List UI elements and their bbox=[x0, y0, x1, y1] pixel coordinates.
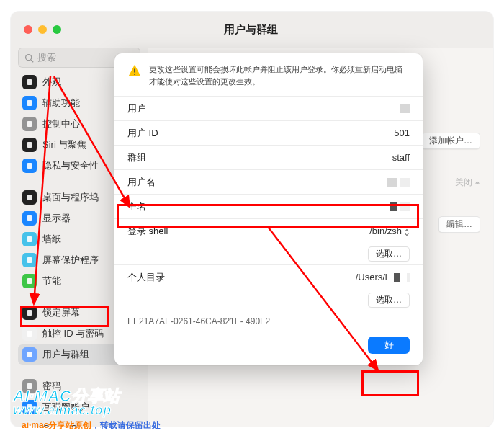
sidebar-item-label: 外观 bbox=[42, 76, 61, 89]
sidebar-item-icon bbox=[22, 117, 37, 131]
svg-rect-17 bbox=[27, 425, 32, 427]
svg-rect-9 bbox=[27, 236, 32, 242]
search-icon bbox=[24, 53, 34, 63]
row-uid[interactable]: 用户 ID501 bbox=[114, 120, 423, 145]
sidebar-item-label: 屏幕保护程序 bbox=[42, 254, 99, 267]
row-group[interactable]: 群组staff bbox=[114, 145, 423, 169]
close-disabled: 关闭 bbox=[455, 177, 480, 189]
svg-rect-3 bbox=[27, 100, 32, 106]
svg-rect-13 bbox=[27, 331, 32, 337]
sidebar-item-icon bbox=[22, 400, 37, 414]
warning-icon bbox=[127, 63, 142, 78]
sidebar-item-icon bbox=[22, 274, 37, 288]
sidebar-item-icon bbox=[22, 326, 37, 341]
sidebar-item-label: 用户与群组 bbox=[42, 348, 89, 361]
add-account-button[interactable]: 添加帐户… bbox=[421, 133, 480, 149]
sidebar-item-label: 锁定屏幕 bbox=[42, 306, 80, 319]
svg-rect-14 bbox=[27, 352, 32, 357]
sidebar-item-icon bbox=[22, 138, 37, 152]
sidebar-item-icon bbox=[22, 75, 37, 89]
svg-rect-15 bbox=[27, 383, 32, 389]
row-shell[interactable]: 登录 shell/bin/zsh bbox=[114, 218, 423, 243]
sidebar-item[interactable]: Game Center bbox=[18, 418, 140, 427]
sidebar-item-icon bbox=[22, 347, 37, 362]
row-shell-pick[interactable]: 选取… bbox=[114, 243, 423, 264]
svg-rect-6 bbox=[27, 163, 32, 169]
svg-rect-2 bbox=[27, 79, 32, 85]
sidebar-item-icon bbox=[22, 96, 37, 110]
sidebar-item-label: 墙纸 bbox=[42, 233, 61, 246]
edit-button[interactable]: 编辑… bbox=[438, 216, 480, 233]
svg-rect-4 bbox=[27, 121, 32, 127]
warning-text: 更改这些设置可能会损坏此帐户并阻止该用户登录。你必须重新启动电脑才能使对这些设置… bbox=[149, 63, 410, 87]
traffic-lights bbox=[24, 25, 61, 34]
sidebar-item-label: Game Center bbox=[42, 423, 99, 427]
row-uuid: EE21A7AE-0261-46CA-821E- 490F2 bbox=[114, 311, 423, 334]
sidebar-item-label: 辅助功能 bbox=[42, 97, 80, 110]
settings-window: 用户与群组 搜索 外观辅助功能控制中心Siri 与聚焦隐私与安全性桌面与程序坞显… bbox=[11, 12, 493, 427]
sidebar-item-label: 节能 bbox=[42, 275, 61, 288]
sidebar-item[interactable]: 互联网帐户 bbox=[18, 397, 140, 417]
svg-point-0 bbox=[26, 54, 32, 60]
row-home[interactable]: 个人目录/Users/l bbox=[114, 264, 423, 289]
svg-rect-8 bbox=[27, 215, 32, 221]
svg-line-1 bbox=[31, 59, 33, 61]
sidebar-item-label: Siri 与聚焦 bbox=[42, 138, 86, 151]
sidebar-item-label: 控制中心 bbox=[42, 117, 80, 130]
sidebar-item-icon bbox=[22, 253, 37, 267]
sidebar-item-icon bbox=[22, 306, 37, 320]
sidebar-item-icon bbox=[22, 421, 37, 427]
sidebar-item-label: 桌面与程序坞 bbox=[42, 191, 99, 204]
titlebar: 用户与群组 bbox=[11, 12, 493, 48]
svg-rect-10 bbox=[27, 257, 32, 263]
svg-rect-5 bbox=[27, 142, 32, 148]
sidebar-item-label: 显示器 bbox=[42, 212, 71, 225]
svg-rect-21 bbox=[134, 74, 135, 75]
sidebar-item-label: 触控 ID 与密码 bbox=[42, 327, 104, 340]
svg-rect-11 bbox=[27, 278, 32, 284]
row-fullname[interactable]: 全名 bbox=[114, 194, 423, 218]
sidebar-item-label: 隐私与安全性 bbox=[42, 159, 99, 172]
row-account[interactable]: 用户名 bbox=[114, 169, 423, 194]
sidebar-item-icon bbox=[22, 379, 37, 393]
sidebar-item-icon bbox=[22, 190, 37, 205]
sidebar-item-icon bbox=[22, 211, 37, 226]
sidebar-item-icon bbox=[22, 232, 37, 246]
sidebar-item[interactable]: 密码 bbox=[18, 376, 140, 396]
svg-rect-16 bbox=[27, 404, 32, 410]
svg-rect-7 bbox=[27, 195, 32, 200]
minimize-window-button[interactable] bbox=[38, 25, 47, 34]
zoom-window-button[interactable] bbox=[53, 25, 61, 34]
svg-rect-20 bbox=[134, 69, 135, 73]
svg-rect-12 bbox=[27, 310, 32, 316]
row-home-pick[interactable]: 选取… bbox=[114, 289, 423, 311]
sidebar-item-label: 密码 bbox=[42, 380, 61, 393]
advanced-options-sheet: 更改这些设置可能会损坏此帐户并阻止该用户登录。你必须重新启动电脑才能使对这些设置… bbox=[114, 53, 423, 365]
sidebar-item-icon bbox=[22, 159, 37, 173]
close-window-button[interactable] bbox=[24, 25, 32, 34]
window-title: 用户与群组 bbox=[224, 23, 278, 37]
row-user: 用户 bbox=[114, 96, 423, 120]
sidebar-item-label: 互联网帐户 bbox=[42, 401, 89, 414]
ok-button[interactable]: 好 bbox=[368, 337, 410, 354]
